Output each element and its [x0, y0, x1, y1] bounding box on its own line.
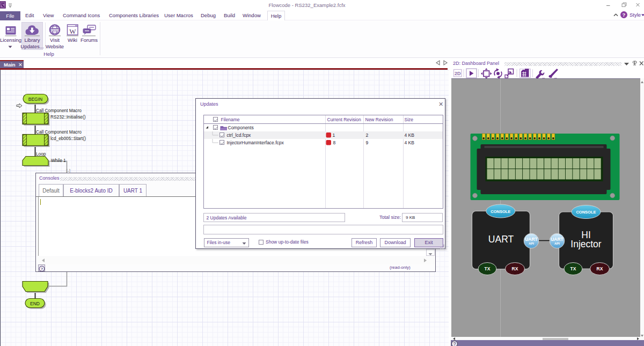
svg-text:Website: Website — [46, 43, 64, 49]
svg-text:UART: UART — [551, 237, 564, 242]
svg-text:END: END — [30, 300, 40, 306]
svg-text:RS232::Initialise(): RS232::Initialise() — [50, 114, 86, 119]
svg-text:BEGIN: BEGIN — [28, 96, 42, 101]
svg-text:Injector: Injector — [570, 239, 602, 249]
svg-text:2D: 2D — [455, 71, 461, 76]
svg-text:?: ? — [41, 267, 43, 271]
svg-text:Updates...: Updates... — [20, 43, 43, 49]
svg-text:RX: RX — [596, 266, 603, 271]
svg-text:Loop: Loop — [36, 151, 46, 157]
svg-text:Call Component Macro: Call Component Macro — [36, 108, 82, 113]
svg-text:Wiki: Wiki — [68, 37, 77, 43]
svg-text:?: ? — [623, 12, 626, 18]
svg-text:While 1: While 1 — [51, 158, 66, 163]
svg-text:TX: TX — [570, 266, 576, 271]
svg-text:TX: TX — [484, 266, 490, 271]
svg-text:?: ? — [453, 341, 456, 346]
svg-text:UART: UART — [525, 237, 538, 242]
svg-text:API: API — [528, 242, 533, 245]
svg-text:UART: UART — [488, 234, 514, 245]
svg-text:lcd_eb005::Start(): lcd_eb005::Start() — [50, 135, 86, 141]
svg-text:CONSOLE: CONSOLE — [576, 210, 596, 215]
svg-text:Style: Style — [630, 12, 641, 18]
svg-text:Visit: Visit — [50, 37, 60, 43]
svg-text:API: API — [554, 242, 559, 245]
svg-text:W: W — [69, 27, 76, 35]
svg-text:Licensing: Licensing — [0, 37, 21, 43]
svg-text:Call Component Macro: Call Component Macro — [36, 129, 82, 135]
svg-text:Library: Library — [24, 37, 40, 43]
svg-text:RX: RX — [511, 266, 518, 271]
svg-text:www: www — [50, 28, 59, 32]
svg-text:Forums: Forums — [80, 37, 98, 43]
svg-text:CONSOLE: CONSOLE — [491, 209, 510, 214]
